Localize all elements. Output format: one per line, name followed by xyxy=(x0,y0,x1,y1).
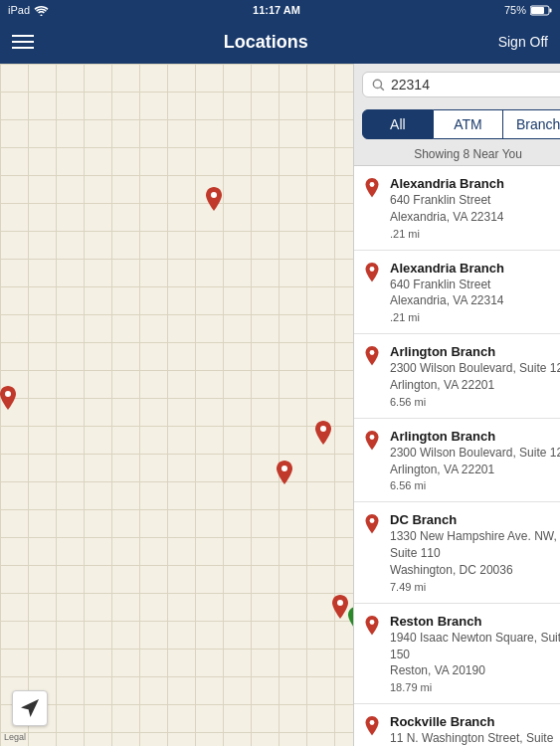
location-distance: 6.56 mi xyxy=(390,479,560,491)
svg-point-5 xyxy=(320,426,326,432)
sign-off-button[interactable]: Sign Off xyxy=(498,34,548,50)
location-pin-icon xyxy=(362,716,382,746)
location-list: Alexandria Branch 640 Franklin StreetAle… xyxy=(354,166,560,746)
svg-point-4 xyxy=(5,391,11,397)
location-pin-icon xyxy=(362,616,382,646)
search-input[interactable] xyxy=(391,77,560,93)
location-info: Arlington Branch 2300 Wilson Boulevard, … xyxy=(390,344,560,408)
svg-point-6 xyxy=(281,466,287,471)
location-pin-icon xyxy=(362,346,382,376)
location-pin-icon xyxy=(362,431,382,461)
location-address: 640 Franklin StreetAlexandria, VA 22314 xyxy=(390,192,560,226)
filter-atm-button[interactable]: ATM xyxy=(434,109,504,139)
svg-point-10 xyxy=(373,80,381,88)
svg-rect-1 xyxy=(531,7,544,14)
location-distance: .21 mi xyxy=(390,311,560,323)
location-distance: .21 mi xyxy=(390,228,560,240)
svg-point-3 xyxy=(211,192,217,198)
search-bar xyxy=(354,64,560,105)
map-legal-label: Legal xyxy=(4,732,26,742)
list-item[interactable]: DC Branch 1330 New Hampshire Ave. NW, Su… xyxy=(354,502,560,603)
location-distance: 6.56 mi xyxy=(390,396,560,408)
location-arrow-icon xyxy=(21,699,39,717)
filter-branch-button[interactable]: Branch xyxy=(503,109,560,139)
map-pin[interactable] xyxy=(0,386,20,422)
search-input-wrap xyxy=(362,72,560,97)
svg-point-12 xyxy=(370,182,375,187)
location-address: 11 N. Washington Street, Suite 100Rockvi… xyxy=(390,730,560,746)
status-bar: iPad 11:17 AM 75% xyxy=(0,0,560,20)
svg-marker-9 xyxy=(23,701,37,715)
location-name: Alexandria Branch xyxy=(390,176,560,191)
list-item[interactable]: Arlington Branch 2300 Wilson Boulevard, … xyxy=(354,419,560,503)
main-layout: Legal All ATM Branch Showing 8 Near You xyxy=(0,64,560,746)
battery-icon xyxy=(530,5,552,16)
showing-label: Showing 8 Near You xyxy=(354,143,560,166)
location-name: Arlington Branch xyxy=(390,344,560,359)
list-item[interactable]: Rockville Branch 11 N. Washington Street… xyxy=(354,704,560,746)
my-location-button[interactable] xyxy=(12,690,48,726)
location-name: DC Branch xyxy=(390,512,560,527)
map-area[interactable]: Legal xyxy=(0,64,353,746)
right-panel: All ATM Branch Showing 8 Near You Alexan… xyxy=(353,64,560,746)
location-distance: 18.79 mi xyxy=(390,681,560,693)
battery-label: 75% xyxy=(504,4,526,16)
svg-point-17 xyxy=(370,620,375,625)
svg-point-14 xyxy=(370,350,375,355)
location-address: 1940 Isaac Newton Square, Suite 150Resto… xyxy=(390,630,560,679)
location-address: 2300 Wilson Boulevard, Suite 120Arlingto… xyxy=(390,445,560,478)
app-header: Locations Sign Off xyxy=(0,20,560,64)
svg-point-13 xyxy=(370,267,375,272)
page-title: Locations xyxy=(34,32,498,53)
svg-point-16 xyxy=(370,518,375,523)
location-distance: 7.49 mi xyxy=(390,581,560,593)
map-pin[interactable] xyxy=(202,187,226,223)
list-item[interactable]: Arlington Branch 2300 Wilson Boulevard, … xyxy=(354,334,560,419)
location-info: Arlington Branch 2300 Wilson Boulevard, … xyxy=(390,429,560,492)
location-info: Alexandria Branch 640 Franklin StreetAle… xyxy=(390,261,560,324)
location-name: Alexandria Branch xyxy=(390,261,560,276)
status-right: 75% xyxy=(504,4,552,16)
location-address: 2300 Wilson Boulevard, Suite 120Arlingto… xyxy=(390,360,560,394)
menu-button[interactable] xyxy=(12,35,34,49)
status-time: 11:17 AM xyxy=(253,4,300,16)
location-name: Rockville Branch xyxy=(390,714,560,729)
svg-line-11 xyxy=(381,88,384,91)
location-name: Reston Branch xyxy=(390,614,560,629)
location-address: 640 Franklin StreetAlexandria, VA 22314 xyxy=(390,277,560,310)
wifi-icon xyxy=(34,5,49,16)
list-item[interactable]: Reston Branch 1940 Isaac Newton Square, … xyxy=(354,604,560,704)
map-grid xyxy=(0,64,353,746)
carrier-label: iPad xyxy=(8,4,30,16)
filter-all-button[interactable]: All xyxy=(362,109,434,139)
map-pin[interactable] xyxy=(273,461,296,496)
search-icon xyxy=(371,78,385,92)
filter-bar: All ATM Branch xyxy=(354,105,560,143)
svg-rect-2 xyxy=(549,8,551,12)
list-item[interactable]: Alexandria Branch 640 Franklin StreetAle… xyxy=(354,251,560,335)
location-pin-icon xyxy=(362,514,382,544)
list-item[interactable]: Alexandria Branch 640 Franklin StreetAle… xyxy=(354,166,560,251)
map-pin[interactable] xyxy=(344,607,353,643)
svg-point-15 xyxy=(370,435,375,440)
location-name: Arlington Branch xyxy=(390,429,560,444)
svg-point-18 xyxy=(370,720,375,725)
location-info: DC Branch 1330 New Hampshire Ave. NW, Su… xyxy=(390,512,560,592)
location-info: Reston Branch 1940 Isaac Newton Square, … xyxy=(390,614,560,693)
location-info: Alexandria Branch 640 Franklin StreetAle… xyxy=(390,176,560,240)
status-left: iPad xyxy=(8,4,49,16)
location-address: 1330 New Hampshire Ave. NW, Suite 110Was… xyxy=(390,528,560,578)
location-info: Rockville Branch 11 N. Washington Street… xyxy=(390,714,560,746)
location-pin-icon xyxy=(362,178,382,208)
location-pin-icon xyxy=(362,263,382,292)
svg-point-7 xyxy=(337,600,343,606)
map-pin[interactable] xyxy=(311,421,335,457)
